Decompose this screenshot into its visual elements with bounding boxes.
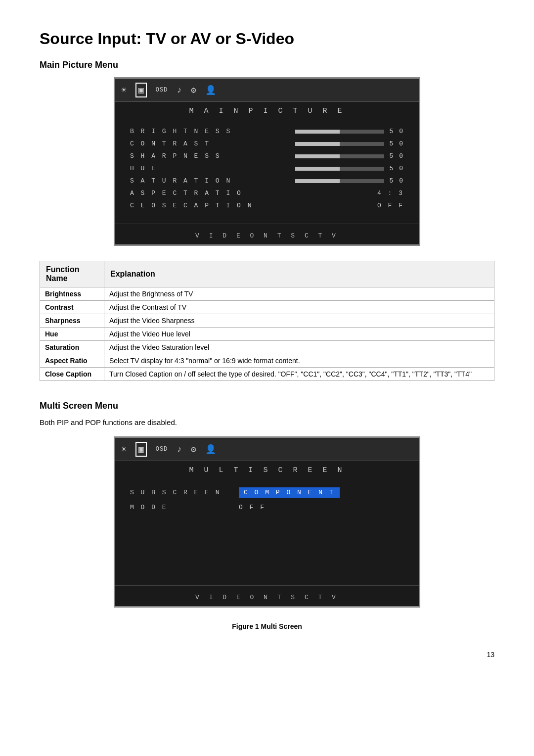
function-table: Function Name Explanation BrightnessAdju… (40, 261, 494, 381)
ms-osd-icon: OSD (156, 446, 168, 453)
sharpness-label: S H A R P N E S S (130, 152, 221, 160)
multi-screen-footer: V I D E O N T S C T V (115, 585, 419, 606)
mode-value: O F F (239, 504, 266, 511)
aspect-ratio-label: A S P E C T R A T I O (130, 189, 242, 197)
ms-audio-icon: ♪ (177, 444, 182, 454)
contrast-bar-container: 5 0 (295, 140, 404, 147)
contrast-bar (295, 142, 384, 146)
brightness-icon: ☀ (121, 85, 127, 95)
ms-brightness-icon: ☀ (121, 444, 127, 455)
brightness-row: B R I G H T N E S S 5 0 (130, 125, 404, 138)
multi-screen-tv: ☀ ▣ OSD ♪ ⚙ 👤 M U L T I S C R E E N S U … (114, 436, 420, 608)
table-row: SharpnessAdjust the Video Sharpness (40, 314, 494, 328)
function-name-cell: Contrast (40, 301, 104, 314)
function-name-cell: Close Caption (40, 368, 104, 381)
function-name-cell: Hue (40, 328, 104, 341)
main-picture-title: M A I N P I C T U R E (115, 102, 419, 118)
close-caption-value: O F F (377, 202, 404, 209)
explanation-cell: Adjust the Video Sharpness (104, 314, 494, 328)
multi-screen-description: Both PIP and POP functions are disabled. (40, 418, 494, 426)
figure-caption: Figure 1 Multi Screen (40, 622, 494, 630)
brightness-value: 5 0 (389, 128, 404, 135)
audio-icon: ♪ (177, 85, 182, 95)
ms-person-icon: 👤 (205, 444, 216, 455)
close-caption-label: C L O S E C A P T I O N (130, 202, 253, 209)
multi-screen-section: Multi Screen Menu Both PIP and POP funct… (40, 401, 494, 630)
brightness-label: B R I G H T N E S S (130, 128, 231, 135)
brightness-bar (295, 130, 384, 134)
contrast-row: C O N T R A S T 5 0 (130, 138, 404, 150)
hue-label: H U E (130, 165, 219, 172)
sub-screen-value: C O M P O N E N T (239, 487, 340, 498)
explanation-cell: Adjust the Contrast of TV (104, 301, 494, 314)
contrast-value: 5 0 (389, 140, 404, 147)
brightness-bar-container: 5 0 (295, 128, 404, 135)
mode-row: M O D E O F F (130, 501, 404, 514)
sub-screen-row: S U B S C R E E N C O M P O N E N T (130, 484, 404, 501)
multi-screen-title: M U L T I S C R E E N (115, 461, 419, 477)
explanation-cell: Select TV display for 4:3 "normal" or 16… (104, 354, 494, 368)
table-row: Aspect RatioSelect TV display for 4:3 "n… (40, 354, 494, 368)
sub-screen-label: S U B S C R E E N (130, 489, 239, 496)
table-row: SaturationAdjust the Video Saturation le… (40, 341, 494, 354)
hue-row: H U E 5 0 (130, 162, 404, 175)
function-name-cell: Aspect Ratio (40, 354, 104, 368)
mode-label: M O D E (130, 504, 239, 511)
screen-spacer (115, 521, 419, 580)
page-number: 13 (487, 651, 494, 659)
multi-screen-body: S U B S C R E E N C O M P O N E N T M O … (115, 477, 419, 521)
main-picture-heading: Main Picture Menu (40, 60, 494, 70)
main-picture-screen: ☀ ▣ OSD ♪ ⚙ 👤 M A I N P I C T U R E B R … (114, 77, 420, 246)
col1-header: Function Name (40, 261, 104, 287)
aspect-ratio-value: 4 : 3 (377, 189, 404, 197)
table-row: HueAdjust the Video Hue level (40, 328, 494, 341)
main-picture-body: B R I G H T N E S S 5 0 C O N T R A S T … (115, 118, 419, 219)
sharpness-row: S H A R P N E S S 5 0 (130, 150, 404, 162)
osd-icon: OSD (156, 87, 168, 94)
hue-bar (295, 167, 384, 171)
hue-bar-container: 5 0 (295, 165, 404, 172)
saturation-value: 5 0 (389, 177, 404, 185)
function-name-cell: Sharpness (40, 314, 104, 328)
ms-picture-icon: ▣ (135, 442, 147, 457)
explanation-cell: Adjust the Video Hue level (104, 328, 494, 341)
explanation-cell: Adjust the Video Saturation level (104, 341, 494, 354)
tv-icons-bar: ☀ ▣ OSD ♪ ⚙ 👤 (115, 79, 419, 102)
picture-icon: ▣ (135, 83, 147, 97)
sharpness-bar (295, 154, 384, 158)
settings-icon: ⚙ (191, 85, 196, 95)
ms-settings-icon: ⚙ (191, 444, 196, 455)
saturation-label: S A T U R A T I O N (130, 177, 231, 185)
table-row: ContrastAdjust the Contrast of TV (40, 301, 494, 314)
saturation-bar-container: 5 0 (295, 177, 404, 185)
table-row: BrightnessAdjust the Brightness of TV (40, 287, 494, 301)
sharpness-value: 5 0 (389, 152, 404, 160)
close-caption-row: C L O S E C A P T I O N O F F (130, 199, 404, 212)
col2-header: Explanation (104, 261, 494, 287)
explanation-cell: Turn Closed Caption on / off select the … (104, 368, 494, 381)
page-title: Source Input: TV or AV or S-Video (40, 30, 494, 48)
aspect-ratio-row: A S P E C T R A T I O 4 : 3 (130, 187, 404, 199)
sharpness-bar-container: 5 0 (295, 152, 404, 160)
multi-tv-icons-bar: ☀ ▣ OSD ♪ ⚙ 👤 (115, 438, 419, 461)
function-name-cell: Saturation (40, 341, 104, 354)
contrast-label: C O N T R A S T (130, 140, 219, 147)
person-icon: 👤 (205, 85, 216, 95)
saturation-bar (295, 179, 384, 183)
hue-value: 5 0 (389, 165, 404, 172)
multi-screen-heading: Multi Screen Menu (40, 401, 494, 411)
function-name-cell: Brightness (40, 287, 104, 301)
table-row: Close CaptionTurn Closed Caption on / of… (40, 368, 494, 381)
saturation-row: S A T U R A T I O N 5 0 (130, 175, 404, 187)
explanation-cell: Adjust the Brightness of TV (104, 287, 494, 301)
main-picture-footer: V I D E O N T S C T V (115, 224, 419, 244)
